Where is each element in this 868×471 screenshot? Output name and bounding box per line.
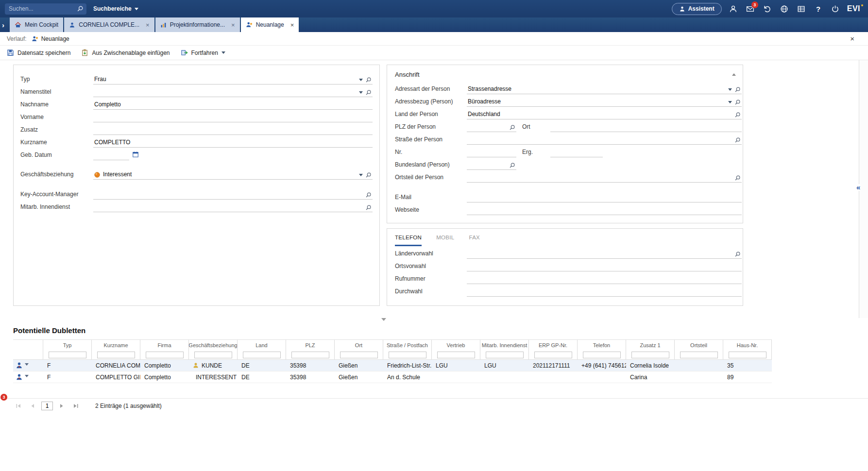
close-icon[interactable]: × (290, 22, 294, 28)
search-input[interactable] (9, 5, 77, 12)
splitter-chevron-icon[interactable] (381, 318, 386, 323)
tab-projektinformationen[interactable]: Projektinformatione... × (155, 17, 240, 32)
search-icon[interactable] (365, 172, 372, 178)
tab-neuanlage[interactable]: Neuanlage × (241, 17, 299, 32)
search-icon[interactable] (734, 175, 741, 181)
close-icon[interactable]: × (231, 22, 235, 28)
filter-strasse-input[interactable] (389, 352, 426, 358)
key-account-manager-field[interactable] (93, 190, 373, 200)
geschaeftsbeziehung-field[interactable]: Interessent (93, 170, 373, 180)
search-icon[interactable] (734, 86, 741, 93)
first-page-button[interactable] (13, 401, 24, 410)
page-number-input[interactable] (41, 402, 53, 410)
column-header-erp[interactable]: ERP GP-Nr. (529, 340, 578, 350)
nr-field[interactable] (467, 148, 516, 157)
search-icon[interactable] (509, 124, 515, 131)
logout-button[interactable] (830, 3, 841, 14)
column-header-plz[interactable]: PLZ (286, 340, 335, 350)
table-row[interactable]: F COMPLETTO GIE... Completto INTERESSENT… (13, 371, 772, 383)
column-header-ortsteil[interactable]: Ortsteil (675, 340, 723, 350)
column-header-strasse[interactable]: Straße / Postfach (383, 340, 432, 350)
table-view-button[interactable] (796, 3, 807, 14)
erg-field[interactable] (550, 148, 603, 157)
help-button[interactable]: ? (813, 3, 824, 14)
table-row[interactable]: F CORNELIA COM... Completto KUNDE DE 353… (13, 360, 772, 371)
global-search[interactable] (5, 3, 86, 15)
strasse-field[interactable] (467, 135, 742, 145)
durchwahl-field[interactable] (467, 287, 742, 297)
bundesland-field[interactable] (467, 160, 516, 170)
zusatz-field[interactable] (93, 125, 373, 135)
filter-plz-input[interactable] (291, 352, 329, 358)
namenstitel-field[interactable] (93, 87, 373, 97)
ortsteil-field[interactable] (467, 173, 742, 183)
tab-cornelia-completto[interactable]: CORNELIA COMPLE... × (64, 17, 154, 32)
adressart-field[interactable]: Strassenadresse (467, 84, 742, 94)
continue-button[interactable]: Fortfahren (181, 49, 225, 56)
search-icon[interactable] (734, 137, 741, 143)
webseite-field[interactable] (467, 205, 742, 215)
search-icon[interactable] (365, 89, 372, 96)
calendar-icon[interactable] (132, 151, 139, 159)
column-header-firma[interactable]: Firma (140, 340, 189, 350)
chevron-down-icon[interactable] (359, 91, 363, 96)
filter-erp-input[interactable] (534, 352, 572, 358)
undo-button[interactable] (762, 3, 773, 14)
gebdatum-field[interactable] (93, 151, 129, 160)
filter-typ-input[interactable] (49, 352, 86, 358)
column-header-icon[interactable] (13, 340, 43, 350)
search-areas-button[interactable]: Suchbereiche (93, 5, 138, 12)
adressbezug-field[interactable]: Büroadresse (467, 97, 742, 107)
filter-kurzname-input[interactable] (97, 352, 135, 358)
chevron-up-icon[interactable] (732, 71, 736, 76)
column-header-zusatz1[interactable]: Zusatz 1 (626, 340, 675, 350)
column-header-geschaeftsbeziehung[interactable]: Geschäftsbeziehung (189, 340, 238, 350)
column-header-kurzname[interactable]: Kurzname (92, 340, 140, 350)
search-icon[interactable] (509, 162, 515, 168)
filter-land-input[interactable] (243, 352, 281, 358)
user-button[interactable] (728, 3, 739, 14)
filter-vertrieb-input[interactable] (437, 352, 475, 358)
column-header-telefon[interactable]: Telefon (578, 340, 626, 350)
rufnummer-field[interactable] (467, 274, 742, 284)
close-icon[interactable]: × (850, 34, 861, 43)
last-page-button[interactable] (70, 401, 81, 410)
laendervorwahl-field[interactable] (467, 249, 742, 259)
ortsvorwahl-field[interactable] (467, 262, 742, 271)
row-actions-chevron-icon[interactable] (25, 363, 29, 368)
expand-sidebar-icon[interactable]: › (2, 21, 10, 29)
typ-field[interactable]: Frau (93, 75, 373, 84)
nachname-field[interactable]: Completto (93, 100, 373, 110)
filter-ortsteil-input[interactable] (680, 352, 718, 358)
search-icon[interactable] (365, 204, 372, 211)
history-item-neuanlage[interactable]: Neuanlage (32, 35, 69, 42)
column-header-vertrieb[interactable]: Vertrieb (432, 340, 480, 350)
row-actions-chevron-icon[interactable] (25, 375, 29, 379)
filter-ort-input[interactable] (340, 352, 378, 358)
search-icon[interactable] (365, 77, 372, 83)
column-header-ort[interactable]: Ort (335, 340, 383, 350)
search-icon[interactable] (734, 112, 741, 118)
globe-button[interactable] (779, 3, 790, 14)
search-icon[interactable] (365, 192, 372, 198)
vorname-field[interactable] (93, 113, 373, 122)
kurzname-field[interactable]: COMPLETTO (93, 138, 373, 148)
chevron-down-icon[interactable] (359, 174, 363, 178)
email-field[interactable] (467, 193, 742, 202)
chevron-down-icon[interactable] (359, 79, 363, 83)
chevron-down-icon[interactable] (728, 88, 732, 93)
search-icon[interactable] (77, 5, 84, 12)
assistant-button[interactable]: Assistent (672, 3, 722, 15)
filter-innendienst-input[interactable] (486, 352, 524, 358)
tab-telefon[interactable]: TELEFON (395, 235, 422, 246)
notification-corner-badge[interactable]: 3 (0, 394, 7, 401)
column-header-hausnr[interactable]: Haus-Nr. (723, 340, 772, 350)
tab-fax[interactable]: FAX (469, 235, 480, 246)
save-record-button[interactable]: Datensatz speichern (7, 49, 70, 56)
filter-firma-input[interactable] (146, 352, 184, 358)
search-icon[interactable] (734, 251, 741, 257)
mitarb-innendienst-field[interactable] (93, 202, 373, 212)
column-header-land[interactable]: Land (238, 340, 286, 350)
notifications-button[interactable]: 3 (745, 3, 756, 14)
plz-field[interactable] (467, 122, 516, 132)
